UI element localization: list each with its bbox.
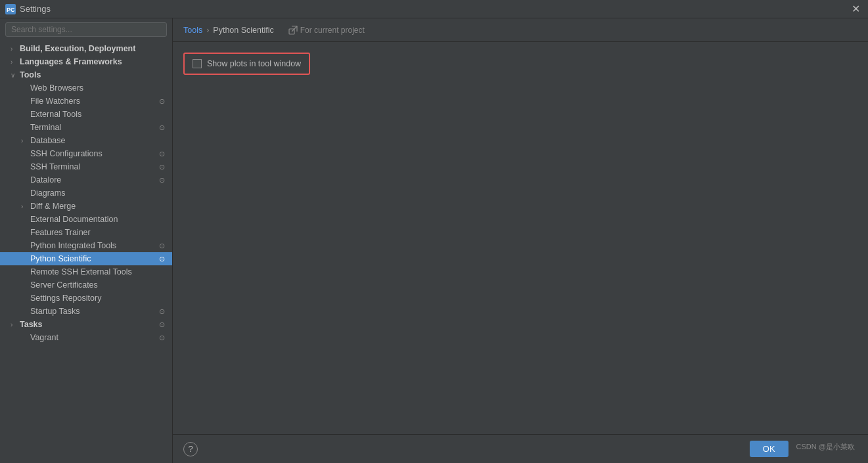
sidebar-item-languages-frameworks[interactable]: › Languages & Frameworks	[0, 55, 172, 68]
show-plots-option[interactable]: Show plots in tool window	[183, 53, 310, 75]
breadcrumb-parent[interactable]: Tools	[183, 26, 202, 35]
sidebar-item-label: Tasks	[20, 320, 156, 329]
no-arrow	[21, 111, 30, 118]
sidebar-item-label: Remote SSH External Tools	[30, 267, 167, 276]
settings-icon: ⊙	[156, 123, 167, 132]
title-bar-left: PC Settings	[5, 4, 51, 14]
for-current-project[interactable]: For current project	[288, 26, 365, 35]
no-arrow	[21, 190, 30, 197]
sidebar-item-startup-tasks[interactable]: Startup Tasks ⊙	[0, 305, 172, 318]
sidebar-item-label: File Watchers	[30, 97, 156, 106]
settings-content: Show plots in tool window	[173, 42, 868, 434]
sidebar-item-label: Web Browsers	[30, 83, 167, 93]
show-plots-label: Show plots in tool window	[207, 59, 301, 68]
for-current-project-label: For current project	[300, 26, 365, 35]
window-title: Settings	[20, 4, 51, 14]
chevron-right-icon: ›	[11, 58, 20, 66]
sidebar-item-label: Terminal	[30, 123, 156, 132]
sidebar-item-ssh-terminal[interactable]: SSH Terminal ⊙	[0, 160, 172, 173]
sidebar-item-datalore[interactable]: Datalore ⊙	[0, 173, 172, 187]
search-input[interactable]	[5, 22, 167, 37]
sidebar-tree: › Build, Execution, Deployment › Languag…	[0, 41, 172, 463]
chevron-right-icon: ›	[21, 203, 30, 210]
sidebar-item-label: Diagrams	[30, 188, 167, 198]
watermark: CSDN @是小菜欧	[794, 441, 857, 457]
settings-icon: ⊙	[156, 242, 167, 250]
sidebar-item-web-browsers[interactable]: Web Browsers	[0, 81, 172, 95]
sidebar-item-diff-merge[interactable]: › Diff & Merge	[0, 200, 172, 213]
chevron-right-icon: ›	[11, 321, 20, 328]
ok-button[interactable]: OK	[750, 441, 788, 457]
settings-icon: ⊙	[156, 255, 167, 263]
settings-icon: ⊙	[156, 163, 167, 171]
no-arrow	[21, 85, 30, 92]
app-icon: PC	[5, 4, 16, 14]
no-arrow	[21, 150, 30, 158]
close-button[interactable]: ✕	[849, 3, 863, 16]
sidebar-item-label: External Tools	[30, 110, 167, 119]
sidebar-item-label: Python Scientific	[30, 254, 156, 263]
sidebar-item-label: Tools	[20, 70, 167, 79]
no-arrow	[21, 177, 30, 184]
no-arrow	[21, 334, 30, 342]
link-icon	[288, 26, 298, 35]
settings-icon: ⊙	[156, 320, 167, 329]
sidebar-item-build-execution[interactable]: › Build, Execution, Deployment	[0, 42, 172, 55]
sidebar-item-label: Vagrant	[30, 333, 156, 342]
chevron-right-icon: ›	[11, 45, 20, 53]
sidebar-item-tools[interactable]: ∨ Tools	[0, 68, 172, 81]
settings-icon: ⊙	[156, 97, 167, 106]
bottom-buttons: OK CSDN @是小菜欧	[750, 441, 857, 457]
sidebar-item-label: Settings Repository	[30, 294, 167, 303]
no-arrow	[21, 242, 30, 250]
sidebar-item-python-scientific[interactable]: Python Scientific ⊙	[0, 252, 172, 265]
sidebar-item-file-watchers[interactable]: File Watchers ⊙	[0, 95, 172, 108]
content-area: › Build, Execution, Deployment › Languag…	[0, 18, 868, 463]
chevron-down-icon: ∨	[11, 72, 20, 79]
sidebar-item-label: Build, Execution, Deployment	[20, 44, 167, 53]
sidebar-item-features-trainer[interactable]: Features Trainer	[0, 226, 172, 239]
breadcrumb-current: Python Scientific	[213, 26, 273, 35]
sidebar-item-terminal[interactable]: Terminal ⊙	[0, 121, 172, 134]
sidebar-item-external-tools[interactable]: External Tools	[0, 108, 172, 121]
settings-window: PC Settings ✕ › Build, Execution, Deploy…	[0, 0, 868, 463]
sidebar-item-diagrams[interactable]: Diagrams	[0, 187, 172, 200]
show-plots-checkbox[interactable]	[193, 59, 202, 68]
no-arrow	[21, 255, 30, 263]
bottom-bar: ? OK CSDN @是小菜欧	[173, 434, 868, 463]
sidebar-item-label: Datalore	[30, 175, 156, 185]
sidebar-item-vagrant[interactable]: Vagrant ⊙	[0, 331, 172, 344]
sidebar-item-label: Server Certificates	[30, 280, 167, 290]
no-arrow	[21, 282, 30, 289]
breadcrumb-separator: ›	[206, 26, 209, 35]
breadcrumb: Tools › Python Scientific For current pr…	[173, 18, 868, 42]
no-arrow	[21, 124, 30, 131]
help-button[interactable]: ?	[183, 442, 198, 456]
no-arrow	[21, 229, 30, 236]
sidebar-item-label: External Documentation	[30, 215, 167, 224]
no-arrow	[21, 308, 30, 315]
sidebar-item-server-certificates[interactable]: Server Certificates	[0, 278, 172, 292]
sidebar-item-database[interactable]: › Database	[0, 134, 172, 147]
sidebar-item-external-documentation[interactable]: External Documentation	[0, 213, 172, 226]
sidebar-item-python-integrated-tools[interactable]: Python Integrated Tools ⊙	[0, 239, 172, 252]
svg-text:PC: PC	[7, 7, 15, 13]
sidebar-item-settings-repository[interactable]: Settings Repository	[0, 292, 172, 305]
sidebar-item-tasks[interactable]: › Tasks ⊙	[0, 318, 172, 331]
settings-icon: ⊙	[156, 334, 167, 342]
chevron-right-icon: ›	[21, 137, 30, 144]
sidebar-item-label: Features Trainer	[30, 228, 167, 237]
sidebar-item-remote-ssh-external-tools[interactable]: Remote SSH External Tools	[0, 265, 172, 278]
settings-icon: ⊙	[156, 150, 167, 158]
sidebar-item-label: Python Integrated Tools	[30, 241, 156, 250]
sidebar-item-ssh-configurations[interactable]: SSH Configurations ⊙	[0, 147, 172, 160]
sidebar-item-label: SSH Configurations	[30, 149, 156, 158]
sidebar-item-label: Languages & Frameworks	[20, 57, 167, 66]
no-arrow	[21, 295, 30, 302]
main-panel: Tools › Python Scientific For current pr…	[173, 18, 868, 463]
no-arrow	[21, 269, 30, 276]
settings-icon: ⊙	[156, 307, 167, 316]
no-arrow	[21, 98, 30, 105]
title-bar: PC Settings ✕	[0, 0, 868, 18]
no-arrow	[21, 216, 30, 223]
